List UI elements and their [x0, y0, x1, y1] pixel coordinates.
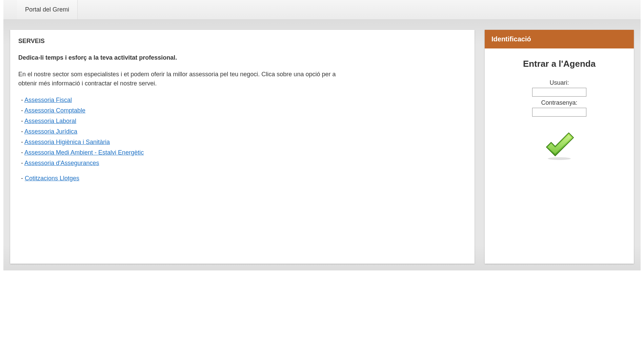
service-link[interactable]: Assessoria Medi Ambient - Estalvi Energè… — [24, 149, 144, 156]
username-row: Usuari: — [491, 79, 627, 97]
list-item: - Assessoria Medi Ambient - Estalvi Ener… — [21, 148, 466, 157]
list-item: - Assessoria Laboral — [21, 117, 466, 126]
services-heading: SERVEIS — [18, 37, 466, 46]
username-input[interactable] — [532, 88, 586, 97]
service-link[interactable]: Assessoria Jurídica — [24, 128, 77, 135]
submit-button[interactable] — [542, 130, 576, 161]
portal-tab[interactable]: Portal del Gremi — [17, 0, 78, 19]
password-label: Contrasenya: — [491, 99, 627, 106]
services-link-list-1: - Assessoria Fiscal - Assessoria Comptab… — [21, 96, 466, 168]
content-area: SERVEIS Dedica-li temps i esforç a la te… — [3, 20, 641, 270]
login-card: Identificació Entrar a l'Agenda Usuari: … — [485, 30, 634, 264]
quotes-link[interactable]: Cotitzacions Llotges — [25, 175, 79, 182]
list-item: - Cotitzacions Llotges — [21, 174, 466, 183]
list-item: - Assessoria Fiscal — [21, 96, 466, 105]
portal-tab-label: Portal del Gremi — [25, 6, 69, 13]
password-row: Contrasenya: — [491, 99, 627, 117]
login-card-body: Entrar a l'Agenda Usuari: Contrasenya: — [485, 48, 634, 167]
password-input[interactable] — [532, 108, 586, 117]
top-nav-bar: Portal del Gremi — [3, 0, 641, 20]
service-link[interactable]: Assessoria Fiscal — [24, 97, 72, 103]
services-tagline: Dedica-li temps i esforç a la teva activ… — [18, 53, 466, 62]
username-label: Usuari: — [491, 79, 627, 86]
service-link[interactable]: Assessoria Comptable — [24, 107, 85, 114]
services-card: SERVEIS Dedica-li temps i esforç a la te… — [10, 30, 475, 264]
login-header-label: Identificació — [491, 35, 531, 43]
list-item: - Assessoria d'Assegurances — [21, 159, 466, 168]
services-link-list-2: - Cotitzacions Llotges — [21, 174, 466, 183]
service-link[interactable]: Assessoria Higiènica i Sanitària — [24, 139, 110, 145]
list-item: - Assessoria Jurídica — [21, 127, 466, 136]
login-title: Entrar a l'Agenda — [491, 59, 627, 69]
list-item: - Assessoria Comptable — [21, 106, 466, 115]
login-card-header: Identificació — [485, 30, 634, 48]
svg-point-0 — [548, 157, 571, 160]
services-description: En el nostre sector som especialistes i … — [18, 70, 344, 88]
service-link[interactable]: Assessoria d'Assegurances — [24, 160, 99, 166]
service-link[interactable]: Assessoria Laboral — [24, 118, 76, 124]
checkmark-icon — [542, 130, 576, 161]
list-item: - Assessoria Higiènica i Sanitària — [21, 138, 466, 147]
